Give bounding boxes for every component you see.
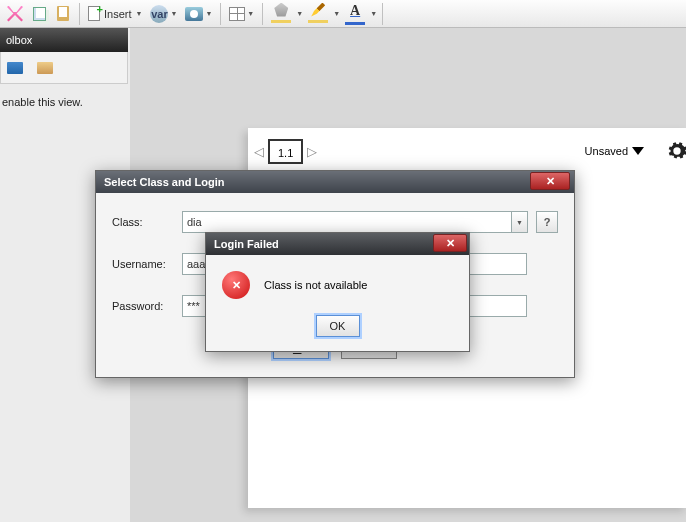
insert-menu[interactable]: Insert ▼ bbox=[85, 3, 145, 25]
toolbar-separator bbox=[262, 3, 263, 25]
error-body: ✕ Class is not available OK bbox=[206, 255, 469, 351]
close-icon: ✕ bbox=[546, 175, 555, 188]
help-label: ? bbox=[544, 216, 551, 228]
scissors-icon bbox=[7, 6, 23, 22]
main-toolbar: Insert ▼ var ▼ ▼ ▼ ▼ ▼ A ▼ bbox=[0, 0, 686, 28]
toolbox-header: olbox bbox=[0, 28, 128, 52]
enable-view-text: enable this view. bbox=[0, 96, 128, 108]
prev-tab-button[interactable]: ◁ bbox=[254, 144, 264, 159]
color-swatch bbox=[345, 22, 365, 25]
folder-icon[interactable] bbox=[37, 62, 53, 74]
document-tab-bar: ◁ 1.1 ▷ Unsaved bbox=[254, 136, 684, 166]
chevron-down-icon: ▼ bbox=[136, 10, 143, 17]
settings-button[interactable] bbox=[666, 140, 686, 162]
gear-icon bbox=[666, 140, 686, 162]
error-message: Class is not available bbox=[264, 279, 367, 291]
color-swatch bbox=[271, 20, 291, 23]
chevron-down-icon[interactable]: ▼ bbox=[333, 10, 340, 17]
chevron-down-icon: ▼ bbox=[205, 10, 212, 17]
password-label: Password: bbox=[112, 300, 182, 312]
toolbox-title: olbox bbox=[6, 34, 32, 46]
error-titlebar[interactable]: Login Failed ✕ bbox=[206, 233, 469, 255]
class-label: Class: bbox=[112, 216, 182, 228]
cut-button[interactable] bbox=[4, 3, 26, 25]
class-select[interactable] bbox=[182, 211, 512, 233]
ok-label: OK bbox=[330, 320, 346, 332]
next-tab-button[interactable]: ▷ bbox=[307, 144, 317, 159]
toolbar-separator bbox=[220, 3, 221, 25]
page-tab[interactable]: 1.1 bbox=[268, 139, 303, 164]
line-color-menu[interactable] bbox=[305, 3, 331, 25]
ok-button[interactable]: OK bbox=[316, 315, 360, 337]
chevron-down-icon: ▼ bbox=[170, 10, 177, 17]
copy-button[interactable] bbox=[28, 3, 50, 25]
document-status-label: Unsaved bbox=[585, 145, 628, 157]
variable-menu[interactable]: var ▼ bbox=[147, 3, 180, 25]
variable-icon: var bbox=[150, 5, 168, 23]
close-button[interactable]: ✕ bbox=[433, 234, 467, 252]
screenshot-menu[interactable]: ▼ bbox=[182, 3, 215, 25]
toolbox-body bbox=[0, 52, 128, 84]
close-button[interactable]: ✕ bbox=[530, 172, 570, 190]
chevron-down-icon[interactable]: ▼ bbox=[370, 10, 377, 17]
help-button[interactable]: ? bbox=[536, 211, 558, 233]
fill-color-menu[interactable] bbox=[268, 3, 294, 25]
clipboard-icon bbox=[57, 6, 69, 21]
toolbar-separator bbox=[382, 3, 383, 25]
text-color-menu[interactable]: A bbox=[342, 3, 368, 25]
chevron-down-icon: ▼ bbox=[516, 219, 523, 226]
error-icon: ✕ bbox=[222, 271, 250, 299]
font-color-icon: A bbox=[350, 3, 360, 19]
triangle-down-icon bbox=[632, 147, 644, 155]
dialog-titlebar[interactable]: Select Class and Login ✕ bbox=[96, 171, 574, 193]
paste-button[interactable] bbox=[52, 3, 74, 25]
chevron-down-icon: ▼ bbox=[247, 10, 254, 17]
toolbar-separator bbox=[79, 3, 80, 25]
chevron-down-icon[interactable]: ▼ bbox=[296, 10, 303, 17]
close-icon: ✕ bbox=[446, 237, 455, 250]
book-icon[interactable] bbox=[7, 62, 23, 74]
error-title: Login Failed bbox=[214, 238, 279, 250]
insert-label: Insert bbox=[102, 8, 134, 20]
toolbox-panel: olbox enable this view. bbox=[0, 28, 128, 108]
color-swatch bbox=[308, 20, 328, 23]
username-label: Username: bbox=[112, 258, 182, 270]
copy-icon bbox=[33, 7, 46, 21]
camera-icon bbox=[185, 7, 203, 21]
table-menu[interactable]: ▼ bbox=[226, 3, 257, 25]
pencil-icon bbox=[311, 3, 325, 17]
page-tab-label: 1.1 bbox=[278, 147, 293, 159]
dialog-title: Select Class and Login bbox=[104, 176, 224, 188]
paint-bucket-icon bbox=[274, 3, 288, 17]
new-page-icon bbox=[88, 6, 100, 21]
class-dropdown-button[interactable]: ▼ bbox=[512, 211, 528, 233]
login-failed-dialog: Login Failed ✕ ✕ Class is not available … bbox=[205, 232, 470, 352]
table-icon bbox=[229, 7, 245, 21]
